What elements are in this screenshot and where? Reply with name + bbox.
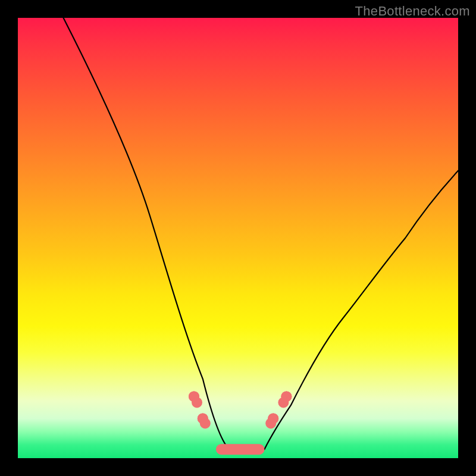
data-capsule [216,444,264,455]
marker-group [189,391,292,455]
curve-right [264,168,458,450]
data-marker [192,397,202,408]
data-marker [278,397,289,408]
data-marker [200,418,211,428]
chart-frame: TheBottleneck.com [0,0,476,476]
curve-left [62,18,229,449]
plot-area [18,18,458,458]
data-marker [265,418,276,428]
watermark-text: TheBottleneck.com [355,4,470,19]
curve-svg [18,18,458,458]
